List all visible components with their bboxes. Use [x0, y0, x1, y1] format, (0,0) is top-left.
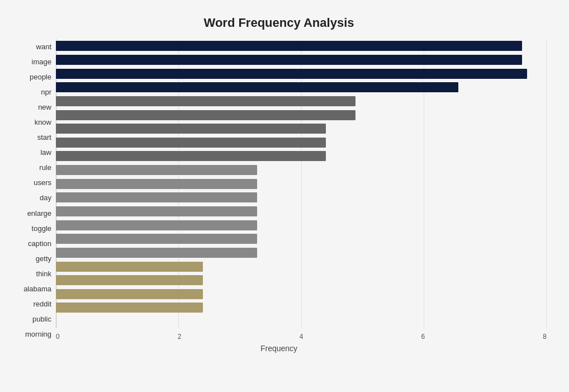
- bar: [56, 248, 257, 258]
- bar-row: [56, 122, 547, 135]
- bar-row: [56, 288, 547, 300]
- x-axis-labels: 02468: [56, 328, 547, 342]
- bar: [56, 165, 257, 175]
- y-label: people: [30, 71, 51, 83]
- bar: [56, 262, 203, 272]
- y-label: morning: [25, 328, 51, 340]
- bar: [56, 303, 203, 313]
- bar: [56, 138, 326, 148]
- bars-area: [56, 39, 547, 328]
- y-label: new: [38, 101, 51, 114]
- y-label: caption: [28, 237, 51, 249]
- y-label: getty: [36, 252, 51, 265]
- bar: [56, 124, 326, 134]
- bar-row: [56, 178, 547, 190]
- bar-row: [56, 109, 547, 121]
- chart-container: Word Frequency Analysis wantimagepeoplen…: [0, 0, 569, 392]
- y-label: toggle: [32, 222, 51, 234]
- bar: [56, 96, 355, 106]
- y-label: know: [35, 116, 51, 129]
- chart-title: Word Frequency Analysis: [11, 11, 547, 30]
- bar-row: [56, 95, 547, 107]
- y-label: alabama: [23, 282, 51, 295]
- y-label: day: [40, 192, 51, 204]
- bar-row: [56, 205, 547, 218]
- bar-row: [56, 81, 547, 93]
- y-axis: wantimagepeoplenprnewknowstartlawruleuse…: [11, 39, 56, 342]
- y-label: law: [40, 147, 51, 159]
- x-tick: 8: [543, 333, 547, 341]
- bar-row: [56, 40, 547, 52]
- bar: [56, 110, 355, 120]
- y-label: enlarge: [27, 207, 51, 219]
- x-tick: 2: [178, 333, 182, 341]
- bar: [56, 179, 257, 189]
- bar-row: [56, 233, 547, 245]
- bar: [56, 151, 326, 161]
- y-label: npr: [41, 86, 51, 98]
- y-label: want: [36, 41, 51, 53]
- bar-row: [56, 274, 547, 286]
- bar-row: [56, 54, 547, 66]
- bar-row: [56, 219, 547, 232]
- bar-row: [56, 247, 547, 259]
- y-label: users: [34, 177, 51, 189]
- bar: [56, 192, 257, 202]
- bar-row: [56, 68, 547, 80]
- bar-row: [56, 191, 547, 204]
- y-label: start: [37, 131, 51, 144]
- bar: [56, 206, 257, 216]
- x-axis-title: Frequency: [11, 344, 547, 353]
- bar-row: [56, 136, 547, 149]
- y-label: reddit: [33, 297, 51, 310]
- bar-row: [56, 150, 547, 162]
- y-label: rule: [39, 162, 51, 174]
- bar: [56, 220, 257, 230]
- bar: [56, 69, 527, 79]
- y-label: think: [36, 267, 51, 280]
- bar-row: [56, 301, 547, 314]
- bar: [56, 275, 203, 285]
- bar-row: [56, 261, 547, 273]
- bar: [56, 234, 257, 244]
- bars-and-grid: 02468: [56, 39, 547, 342]
- x-tick: 0: [56, 333, 60, 341]
- chart-area: wantimagepeoplenprnewknowstartlawruleuse…: [11, 39, 547, 342]
- bar: [56, 82, 458, 92]
- x-tick: 6: [421, 333, 425, 341]
- y-label: image: [32, 56, 51, 68]
- bar: [56, 55, 522, 65]
- y-label: public: [32, 313, 51, 325]
- bar: [56, 41, 522, 51]
- bar-row: [56, 164, 547, 176]
- bar: [56, 289, 203, 299]
- x-tick: 4: [300, 333, 304, 341]
